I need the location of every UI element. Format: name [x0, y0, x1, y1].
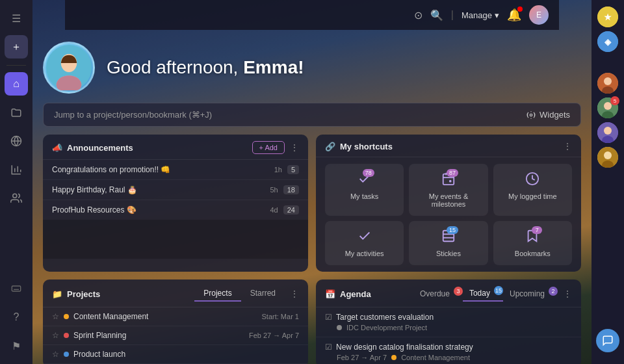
check-icon: ☑ [325, 343, 332, 352]
shortcut-stickies[interactable]: 15 Stickies [409, 221, 488, 265]
agenda-item: ☑ New design catalog finalisation strate… [316, 337, 581, 364]
tab-upcoming[interactable]: Upcoming 2 [503, 287, 558, 301]
events-badge: 87 [447, 169, 458, 177]
notification-dot [517, 6, 523, 12]
sidebar-bottom: ? ⚑ [5, 277, 28, 358]
bottom-widgets-row: 📁 Projects Projects Starred ⋮ ☆ [43, 280, 581, 364]
tasks-label: My tasks [350, 192, 378, 200]
rs-avatar-5[interactable] [597, 122, 618, 143]
tasks-badge: 78 [363, 169, 374, 177]
people-icon[interactable] [5, 187, 28, 210]
shortcut-logged-time[interactable]: My logged time [493, 164, 572, 216]
widgets-button[interactable]: Widgets [526, 110, 570, 120]
sidebar-divider [6, 65, 26, 66]
flag-icon[interactable]: ⚑ [5, 334, 28, 358]
manage-button[interactable]: Manage ▾ [462, 10, 499, 20]
tab-projects[interactable]: Projects [194, 286, 240, 302]
shortcuts-header: 🔗 My shortcuts ⋮ [316, 135, 581, 157]
globe-icon[interactable] [5, 129, 28, 153]
events-icon: 87 [441, 172, 456, 189]
svg-point-28 [604, 127, 612, 135]
announcements-list: Congratulations on promotion!! 👊 1h 5 Ha… [43, 160, 308, 220]
rs-avatar-4-wrap: 5 [597, 98, 618, 118]
project-left: ☆ Content Management [52, 312, 148, 321]
activities-icon [358, 229, 372, 246]
agenda-item: ☑ Target customers evaluation IDC Develo… [316, 307, 581, 337]
check-icon: ☑ [325, 313, 332, 322]
agenda-item-sub-2: Feb 27 → Apr 7 Content Management [337, 354, 572, 361]
ann-count-1: 5 [287, 165, 299, 174]
shortcut-activities[interactable]: My activities [325, 221, 404, 265]
overdue-badge: 3 [454, 287, 463, 296]
search-topbar-icon[interactable]: 🔍 [430, 9, 443, 21]
agenda-list: ☑ Target customers evaluation IDC Develo… [316, 307, 581, 364]
search-bar[interactable]: Jump to a project/person/bookmark (⌘+J) … [43, 103, 581, 127]
star-icon[interactable]: ☆ [52, 312, 59, 321]
projects-header: 📁 Projects Projects Starred ⋮ [43, 280, 308, 307]
search-placeholder: Jump to a project/person/bookmark (⌘+J) [54, 110, 212, 120]
rs-avatar-5-wrap [597, 122, 618, 143]
rs-avatar-1[interactable]: ★ [597, 6, 618, 27]
project-left: ☆ Sprint Planning [52, 331, 126, 340]
bookmarks-badge: 7 [532, 226, 542, 234]
agenda-card: 📅 Agenda Overdue 3 Today 15 [316, 280, 581, 364]
agenda-title: 📅 Agenda [325, 289, 371, 299]
rs-avatar-2[interactable]: ◈ [597, 31, 618, 52]
announcement-item: ProofHub Resources 🎨 4d 24 [43, 200, 308, 220]
events-label: My events & milestones [414, 192, 482, 208]
ann-count-2: 18 [283, 185, 299, 194]
home-icon[interactable]: ⌂ [5, 72, 28, 96]
agenda-dot [337, 325, 342, 330]
star-icon[interactable]: ☆ [52, 331, 59, 340]
announcements-more-button[interactable]: ⋮ [290, 142, 299, 153]
notification-icon[interactable]: 🔔 [507, 8, 521, 22]
ann-count-3: 24 [283, 205, 299, 214]
right-sidebar: ★ ◈ 5 [592, 0, 624, 364]
star-icon[interactable]: ☆ [52, 350, 59, 359]
folder-icon[interactable] [5, 101, 28, 124]
tab-today[interactable]: Today 15 [463, 286, 503, 302]
announcement-item: Congratulations on promotion!! 👊 1h 5 [43, 160, 308, 180]
help-icon[interactable]: ? [5, 306, 28, 329]
rs-avatar-6[interactable] [597, 147, 618, 168]
ann-meta-1: 1h [274, 166, 282, 174]
main-area: ⊙ 🔍 | Manage ▾ 🔔 E [32, 0, 592, 364]
left-sidebar: ☰ ＋ ⌂ ? ⚑ [0, 0, 32, 364]
shortcuts-more-button[interactable]: ⋮ [563, 141, 572, 151]
bookmarks-icon: 7 [525, 229, 540, 246]
shortcut-bookmarks[interactable]: 7 Bookmarks [493, 221, 572, 265]
ann-text-1: Congratulations on promotion!! 👊 [52, 165, 170, 174]
stickies-badge: 15 [447, 226, 458, 234]
rs-avatar-3[interactable] [597, 73, 618, 94]
user-avatar-top[interactable]: E [529, 5, 549, 25]
shortcut-events[interactable]: 87 My events & milestones [409, 164, 488, 216]
shortcuts-title: 🔗 My shortcuts [325, 142, 393, 151]
agenda-item-title-2: ☑ New design catalog finalisation strate… [325, 343, 572, 352]
rs-avatar-6-wrap [597, 147, 618, 168]
announcements-footer [43, 220, 308, 259]
hero-section: Good afternoon, Emma! [43, 30, 581, 103]
activities-label: My activities [345, 250, 384, 257]
announcements-add-button[interactable]: + Add [252, 141, 285, 154]
svg-point-22 [604, 77, 612, 85]
agenda-icon: 📅 [325, 289, 335, 299]
today-badge: 15 [494, 286, 503, 295]
svg-point-12 [450, 181, 451, 182]
menu-icon[interactable]: ☰ [5, 6, 28, 30]
svg-text:◈: ◈ [604, 37, 612, 47]
project-item: ☆ Content Management Start: Mar 1 [43, 307, 308, 326]
stickies-label: Stickies [436, 250, 461, 257]
chart-icon[interactable] [5, 158, 28, 181]
shortcut-my-tasks[interactable]: 78 My tasks [325, 164, 404, 216]
agenda-more-button[interactable]: ⋮ [563, 289, 572, 299]
help-topbar-icon[interactable]: ⊙ [414, 9, 422, 21]
chat-button[interactable] [596, 329, 619, 352]
announcements-card: 📣 Announcements + Add ⋮ Congratulations … [43, 135, 308, 272]
add-icon[interactable]: ＋ [5, 35, 28, 58]
agenda-actions: Overdue 3 Today 15 Upcoming 2 [413, 286, 572, 302]
tab-starred[interactable]: Starred [241, 286, 285, 302]
tab-overdue[interactable]: Overdue 3 [413, 287, 463, 301]
ann-meta-3: 4d [270, 206, 278, 214]
keyboard-icon[interactable] [5, 277, 28, 300]
projects-more-button[interactable]: ⋮ [290, 289, 299, 299]
